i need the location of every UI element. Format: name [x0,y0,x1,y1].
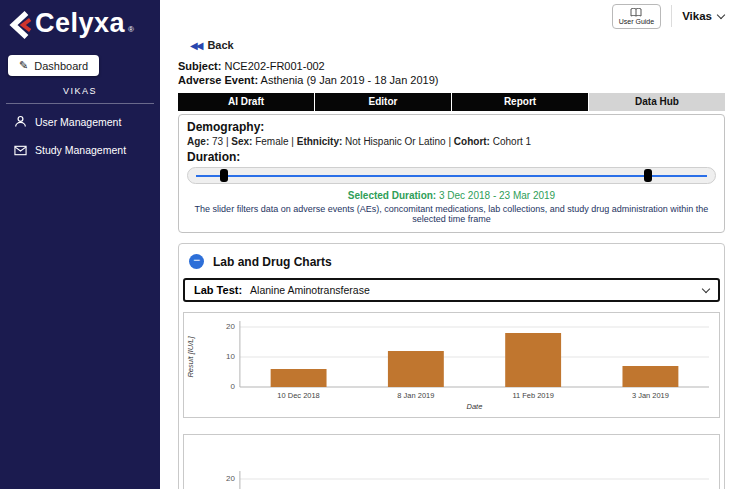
demo-sex-value: Female [255,136,288,147]
demo-cohort-label: Cohort: [454,136,490,147]
tab-editor[interactable]: Editor [315,93,451,111]
lab-test-selected-value: Alanine Aminotransferase [250,284,370,296]
selected-duration-value: 3 Dec 2018 - 23 Mar 2019 [439,190,555,201]
main-content: ◀◀ Back Subject: NCE202-FR001-002 Advers… [160,32,740,489]
topbar: User Guide Vikas [160,0,740,32]
tab-bar: AI Draft Editor Report Data Hub [178,93,725,111]
demo-age-label: Age: [187,136,209,147]
chevron-down-icon [717,10,725,18]
sidebar-user-label[interactable]: VIKAS [6,76,154,104]
user-menu-label: Vikas [682,10,712,22]
nav-item-label: User Management [35,116,121,128]
logo[interactable]: Celyxa ® [0,0,160,47]
svg-text:10: 10 [226,352,235,361]
user-icon [14,115,27,128]
svg-text:3 Jan 2019: 3 Jan 2019 [632,391,669,400]
demo-cohort-value: Cohort 1 [493,136,531,147]
sidebar: Celyxa ® ✎ Dashboard VIKAS User Manageme… [0,0,160,489]
demography-title: Demography: [187,120,716,134]
lab-test-label: Lab Test: [194,284,242,296]
svg-text:Date: Date [467,402,483,411]
demo-ethnicity-label: Ethnicity: [297,136,343,147]
selected-duration-label: Selected Duration: [348,190,436,201]
demo-sex: Sex: Female [223,136,288,147]
section-header: − Lab and Drug Charts [189,254,720,269]
dashboard-label: Dashboard [34,60,88,72]
demography-duration-panel: Demography: Age: 73Sex: FemaleEthnicity:… [178,114,725,233]
topbar-divider [671,5,672,27]
subject-label: Subject: [178,60,221,72]
drug-administration-step-chart: 2015[mg] [184,435,719,489]
tab-report[interactable]: Report [452,93,588,111]
back-icon: ◀◀ [190,40,201,51]
demo-cohort: Cohort: Cohort 1 [446,136,531,147]
svg-text:0: 0 [230,382,235,391]
lab-results-chart-box: 0102010 Dec 20188 Jan 201911 Feb 20193 J… [183,312,720,418]
collapse-icon[interactable]: − [189,254,204,269]
envelope-icon [14,145,27,156]
svg-text:10 Dec 2018: 10 Dec 2018 [277,391,319,400]
demo-ethnicity: Ethnicity: Not Hispanic Or Latino [289,136,446,147]
duration-title: Duration: [187,150,716,164]
demo-sex-label: Sex: [231,136,252,147]
demo-ethnicity-value: Not Hispanic Or Latino [345,136,446,147]
app-root: Celyxa ® ✎ Dashboard VIKAS User Manageme… [0,0,740,489]
lab-results-bar-chart: 0102010 Dec 20188 Jan 201911 Feb 20193 J… [184,313,719,417]
slider-handle-end[interactable] [644,169,652,182]
back-button[interactable]: ◀◀ Back [190,39,234,51]
slider-handle-start[interactable] [220,169,228,182]
adverse-event-value: Asthenia (9 Jan 2019 - 18 Jan 2019) [261,74,439,86]
demo-age-value: 73 [212,136,223,147]
back-label: Back [207,39,233,51]
demography-values: Age: 73Sex: FemaleEthnicity: Not Hispani… [187,136,716,147]
user-menu[interactable]: Vikas [682,10,732,22]
sidebar-item-study-management[interactable]: Study Management [0,136,160,164]
svg-text:11 Feb 2019: 11 Feb 2019 [512,391,553,400]
svg-text:Result [IU/L]: Result [IU/L] [186,335,195,377]
dashboard-icon: ✎ [19,59,28,72]
demo-age: Age: 73 [187,136,223,147]
svg-text:8 Jan 2019: 8 Jan 2019 [397,391,434,400]
sidebar-item-user-management[interactable]: User Management [0,107,160,136]
tab-data-hub[interactable]: Data Hub [589,93,725,111]
adverse-event-line: Adverse Event: Asthenia (9 Jan 2019 - 18… [178,74,725,86]
duration-range-slider[interactable] [187,167,716,184]
user-guide-button[interactable]: User Guide [612,4,661,29]
chevron-down-icon [702,284,710,292]
subject-value: NCE202-FR001-002 [224,60,324,72]
tab-ai-draft[interactable]: AI Draft [178,93,314,111]
adverse-event-label: Adverse Event: [178,74,258,86]
sidebar-item-dashboard[interactable]: ✎ Dashboard [8,55,99,76]
lab-test-select[interactable]: Alanine Aminotransferase [250,284,709,296]
section-title: Lab and Drug Charts [213,255,332,269]
lab-test-box: Lab Test: Alanine Aminotransferase [183,278,720,302]
svg-text:20: 20 [226,322,235,331]
slider-track-fill [196,175,707,177]
lab-and-drug-charts-panel: − Lab and Drug Charts Lab Test: Alanine … [178,243,725,489]
celyxa-logo-icon [8,9,32,41]
logo-registered-mark: ® [128,25,134,34]
subject-line: Subject: NCE202-FR001-002 [178,60,725,72]
selected-duration: Selected Duration: 3 Dec 2018 - 23 Mar 2… [187,190,716,201]
slider-help-text: The slider filters data on adverse event… [187,204,716,224]
svg-text:20: 20 [226,474,235,483]
book-icon [630,8,642,17]
drug-administration-chart-box: 2015[mg] [183,434,720,489]
logo-text: Celyxa [35,9,125,39]
nav-item-label: Study Management [35,144,126,156]
user-guide-label: User Guide [619,18,654,25]
